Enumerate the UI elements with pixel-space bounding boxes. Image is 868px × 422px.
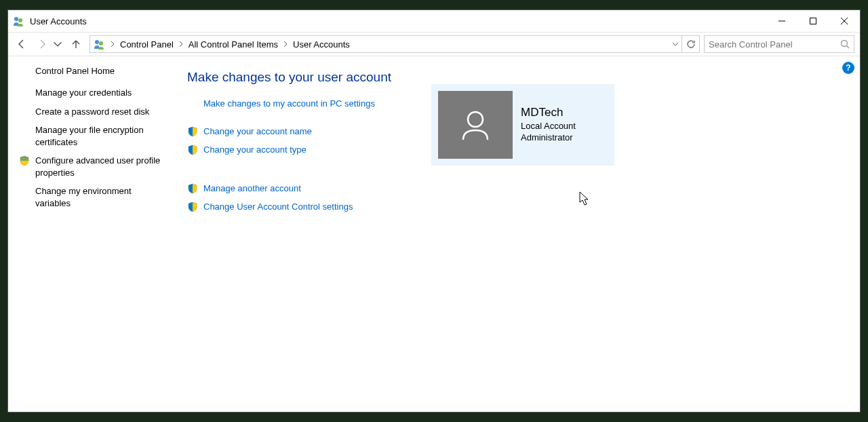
window-controls	[766, 10, 860, 32]
close-button[interactable]	[829, 10, 860, 32]
search-box[interactable]	[704, 35, 854, 53]
shield-icon	[19, 155, 30, 166]
svg-point-1	[18, 18, 22, 22]
shield-icon	[187, 126, 198, 137]
page-title: Make changes to your user account	[187, 70, 844, 85]
content-area: ? Control Panel Home Manage your credent…	[8, 56, 860, 412]
chevron-right-icon[interactable]	[281, 39, 290, 49]
change-uac-settings-link[interactable]: Change User Account Control settings	[203, 202, 844, 213]
user-name: MDTech	[521, 106, 576, 119]
action-label: Change User Account Control settings	[203, 202, 353, 212]
svg-point-7	[99, 41, 103, 45]
user-accounts-icon	[12, 15, 24, 27]
back-button[interactable]	[12, 35, 31, 54]
chevron-right-icon[interactable]	[176, 39, 186, 49]
action-label: Change your account type	[203, 145, 307, 155]
window: User Accounts Control Panel All Control …	[7, 9, 861, 413]
sidebar-item-advanced-profile[interactable]: Configure advanced user profile properti…	[35, 155, 164, 178]
up-button[interactable]	[66, 35, 85, 54]
control-panel-home-link[interactable]: Control Panel Home	[35, 66, 164, 76]
manage-another-account-link[interactable]: Manage another account	[203, 183, 844, 195]
avatar	[438, 91, 513, 159]
sidebar: Control Panel Home Manage your credentia…	[8, 56, 171, 412]
maximize-button[interactable]	[797, 10, 829, 32]
recent-locations-button[interactable]	[53, 35, 62, 54]
svg-point-8	[842, 41, 848, 47]
search-input[interactable]	[709, 39, 840, 50]
shield-icon	[187, 145, 198, 155]
sidebar-item-label: Configure advanced user profile properti…	[35, 155, 160, 178]
minimize-button[interactable]	[766, 10, 797, 32]
refresh-button[interactable]	[682, 36, 699, 52]
svg-point-0	[14, 17, 18, 21]
action-label: Change your account name	[203, 126, 312, 136]
shield-icon	[187, 202, 198, 212]
window-title: User Accounts	[30, 16, 766, 26]
user-info: MDTech Local Account Administrator	[521, 106, 576, 144]
address-bar[interactable]: Control Panel All Control Panel Items Us…	[90, 35, 700, 53]
breadcrumb-all-items[interactable]: All Control Panel Items	[186, 38, 281, 51]
svg-point-10	[468, 112, 483, 127]
svg-rect-3	[810, 18, 816, 24]
user-account-type: Local Account	[521, 121, 576, 132]
sidebar-item-environment[interactable]: Change my environment variables	[35, 185, 164, 209]
sidebar-item-credentials[interactable]: Manage your credentials	[35, 87, 164, 99]
breadcrumb-control-panel[interactable]: Control Panel	[117, 38, 176, 51]
search-icon	[840, 39, 850, 49]
shield-icon	[187, 183, 198, 194]
action-label: Manage another account	[203, 183, 301, 193]
titlebar: User Accounts	[8, 10, 860, 32]
sidebar-item-password-reset[interactable]: Create a password reset disk	[35, 106, 164, 118]
address-dropdown[interactable]	[669, 36, 682, 52]
sidebar-item-encryption[interactable]: Manage your file encryption certificates	[35, 124, 164, 148]
forward-button[interactable]	[33, 35, 52, 54]
chevron-right-icon[interactable]	[108, 39, 117, 49]
main-panel: Make changes to your user account Make c…	[171, 56, 860, 412]
user-card: MDTech Local Account Administrator	[431, 84, 614, 166]
location-icon	[93, 38, 105, 50]
user-role: Administrator	[521, 132, 576, 144]
svg-point-6	[95, 40, 99, 44]
svg-line-9	[847, 46, 850, 49]
toolbar: Control Panel All Control Panel Items Us…	[8, 32, 860, 56]
breadcrumb-user-accounts[interactable]: User Accounts	[290, 38, 353, 51]
